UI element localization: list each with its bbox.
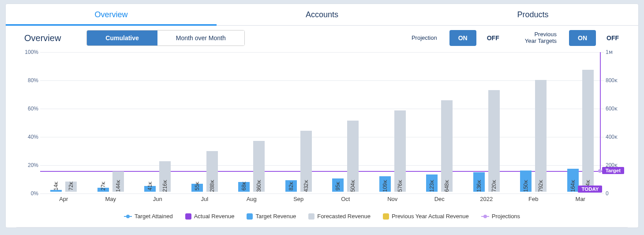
target-revenue-bar[interactable]: 82ᴋ [285, 180, 297, 192]
x-tick: May [87, 196, 135, 202]
projection-toggle-off[interactable]: OFF [478, 30, 508, 46]
view-mode-segment: Cumulative Month over Month [86, 30, 244, 46]
section-title: Overview [15, 33, 79, 43]
bar-group: 14ᴋ72ᴋ [40, 52, 87, 192]
y-left-tick: 100% [23, 49, 38, 55]
today-badge: TODAY [578, 186, 602, 193]
forecasted-revenue-bar[interactable]: 792ᴋ [535, 80, 547, 192]
target-revenue-bar[interactable]: 150ᴋ [520, 171, 532, 192]
chart-container: 0%020%200ᴋ40%400ᴋ60%600ᴋ80%800ᴋ100%1ᴍTar… [6, 50, 638, 226]
forecasted-revenue-bar[interactable]: 576ᴋ [394, 110, 406, 192]
target-revenue-bar[interactable]: 123ᴋ [426, 174, 438, 192]
dashboard-card: Overview Accounts Products Overview Cumu… [5, 4, 639, 228]
line-marker-icon [124, 214, 132, 219]
x-tick: Jul [181, 196, 228, 202]
forecasted-revenue-bar[interactable]: 144ᴋ [112, 171, 124, 192]
bar-groups: 14ᴋ72ᴋ27ᴋ144ᴋ41ᴋ216ᴋ55ᴋ288ᴋ68ᴋ360ᴋ82ᴋ432… [40, 52, 604, 192]
x-tick: Oct [322, 196, 369, 202]
prev-targets-toggle-on[interactable]: ON [569, 30, 596, 46]
x-tick: Nov [369, 196, 416, 202]
y-right-tick: 0 [606, 190, 623, 197]
x-tick: Feb [510, 196, 557, 202]
legend-projections: Projections [481, 213, 520, 220]
y-right-tick: 800ᴋ [606, 77, 623, 83]
forecasted-revenue-bar[interactable]: 720ᴋ [488, 90, 500, 192]
x-tick: Apr [40, 196, 87, 202]
target-revenue-bar[interactable]: 68ᴋ [238, 182, 250, 192]
bar-group: 41ᴋ216ᴋ [134, 52, 181, 192]
primary-tabs: Overview Accounts Products [6, 4, 638, 25]
target-badge: Target [602, 167, 624, 174]
x-tick: Sep [275, 196, 322, 202]
legend-forecasted-revenue: Forecasted Revenue [308, 213, 371, 220]
swatch-icon [247, 213, 253, 220]
target-revenue-bar[interactable]: 27ᴋ [97, 188, 109, 192]
x-tick: Aug [228, 196, 275, 202]
view-mode-cumulative[interactable]: Cumulative [87, 30, 157, 45]
target-revenue-bar[interactable]: 41ᴋ [144, 186, 156, 192]
prev-targets-toggle: ON OFF [568, 30, 629, 46]
target-revenue-bar[interactable]: 109ᴋ [379, 176, 391, 192]
forecasted-revenue-bar[interactable]: 288ᴋ [206, 151, 218, 192]
forecasted-revenue-bar[interactable]: 72ᴋ [65, 182, 77, 192]
x-tick: Jun [134, 196, 181, 202]
legend-actual-revenue: Actual Revenue [185, 213, 235, 220]
bar-group: 68ᴋ360ᴋ [228, 52, 275, 192]
line-marker-icon [481, 214, 489, 219]
forecasted-revenue-bar[interactable]: 432ᴋ [300, 131, 312, 192]
bar-group: 95ᴋ504ᴋ [322, 52, 369, 192]
bar-group: 55ᴋ288ᴋ [181, 52, 228, 192]
x-tick: 2022 [463, 196, 510, 202]
bar-group: 150ᴋ792ᴋ [510, 52, 557, 192]
bar-group: 123ᴋ648ᴋ [416, 52, 463, 192]
y-left-tick: 40% [23, 134, 38, 140]
bar-group: 109ᴋ576ᴋ [369, 52, 416, 192]
gridline [40, 193, 604, 194]
target-revenue-bar[interactable]: 95ᴋ [332, 178, 344, 192]
y-left-tick: 0% [23, 190, 38, 197]
bar-group: 136ᴋ720ᴋ [463, 52, 510, 192]
target-revenue-bar[interactable]: 14ᴋ [50, 190, 62, 192]
forecasted-revenue-bar[interactable]: 360ᴋ [253, 141, 265, 192]
swatch-icon [185, 213, 191, 220]
forecasted-revenue-bar[interactable]: 216ᴋ [159, 161, 171, 192]
y-left-tick: 80% [23, 77, 38, 83]
forecasted-revenue-bar[interactable]: 504ᴋ [347, 121, 359, 192]
legend-target-revenue: Target Revenue [247, 213, 296, 220]
projection-label: Projection [404, 35, 441, 42]
legend-target-attained: Target Attained [124, 213, 173, 220]
bar-group: 164ᴋ864ᴋ [557, 52, 604, 192]
x-axis-ticks: AprMayJunJulAugSepOctNovDec2022FebMar [40, 196, 604, 202]
projection-toggle: ON OFF [449, 30, 509, 46]
y-right-tick: 600ᴋ [606, 106, 623, 112]
forecasted-revenue-bar[interactable]: 648ᴋ [441, 100, 453, 192]
target-revenue-bar[interactable]: 164ᴋ [567, 169, 579, 192]
prev-targets-toggle-off[interactable]: OFF [598, 30, 628, 46]
projection-toggle-on[interactable]: ON [449, 30, 476, 46]
bar-group: 82ᴋ432ᴋ [275, 52, 322, 192]
view-mode-mom[interactable]: Month over Month [157, 30, 244, 45]
y-right-tick: 400ᴋ [606, 134, 623, 140]
prev-targets-label: PreviousYear Targets [517, 31, 560, 45]
chart-legend: Target Attained Actual Revenue Target Re… [16, 204, 628, 222]
target-revenue-bar[interactable]: 136ᴋ [473, 172, 485, 192]
bar-group: 27ᴋ144ᴋ [87, 52, 135, 192]
tab-accounts[interactable]: Accounts [217, 4, 427, 25]
x-tick: Dec [416, 196, 463, 202]
y-left-tick: 20% [23, 162, 38, 168]
target-revenue-bar[interactable]: 55ᴋ [191, 184, 203, 192]
controls-row: Overview Cumulative Month over Month Pro… [6, 26, 638, 50]
swatch-icon [308, 213, 315, 220]
y-right-tick: 1ᴍ [606, 49, 623, 55]
divider [16, 227, 628, 227]
tab-products[interactable]: Products [427, 4, 638, 25]
projection-line [600, 52, 601, 171]
x-tick: Mar [557, 196, 604, 202]
tab-overview[interactable]: Overview [6, 4, 217, 25]
swatch-icon [383, 213, 389, 220]
legend-prev-actual-revenue: Previous Year Actual Revenue [383, 213, 469, 220]
chart-plot-area: 0%020%200ᴋ40%400ᴋ60%600ᴋ80%800ᴋ100%1ᴍTar… [16, 52, 628, 192]
y-left-tick: 60% [23, 106, 38, 112]
forecasted-revenue-bar[interactable]: 864ᴋ [582, 70, 594, 192]
